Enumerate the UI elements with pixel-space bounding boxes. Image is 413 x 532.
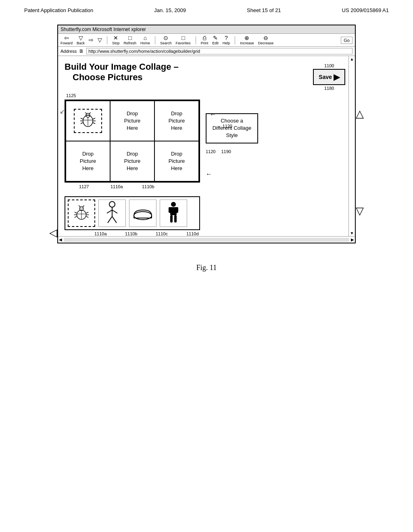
patent-header-number: US 2009/015869 A1	[342, 7, 389, 13]
grid-cell-3[interactable]: Drop Picture Here	[66, 141, 110, 181]
stop-icon: ✕	[113, 35, 118, 41]
label-1110b: 1110b	[142, 184, 173, 189]
home-label: Home	[140, 41, 150, 45]
toolbar-decrease[interactable]: ⊖ Decrease	[258, 35, 274, 45]
patent-header-sheet: Sheet 15 of 21	[247, 7, 281, 13]
toolbar-increase[interactable]: ⊕ Increase	[240, 35, 254, 45]
address-input[interactable]: http://www.shutterfly.com/home/action/co…	[86, 48, 353, 54]
home-icon: ⌂	[144, 35, 147, 41]
label-1110a-thumb: 1110a	[94, 231, 125, 236]
vertical-scrollbar[interactable]: ▲ ▼	[348, 56, 355, 236]
arrow-to-cell2: ←	[210, 111, 216, 118]
svg-rect-41	[175, 207, 178, 213]
decrease-label: Decrease	[258, 41, 274, 45]
edit-icon: ✎	[213, 35, 218, 41]
toolbar-nav3[interactable]: ▽	[98, 37, 102, 43]
svg-line-23	[86, 212, 89, 213]
labels-1120-1190: 1120 1190	[206, 149, 258, 154]
thumbnail-bowl[interactable]	[129, 200, 156, 227]
patent-header: Patent Application Publication Jan. 15, …	[0, 0, 413, 17]
print-icon: ⎙	[203, 35, 206, 41]
svg-point-38	[171, 202, 176, 207]
grid-cell-5[interactable]: Drop Picture Here	[154, 141, 199, 181]
print-label: Print	[201, 41, 209, 45]
toolbar-go-wrapper: Go	[339, 37, 353, 44]
toolbar-stop[interactable]: ✕ Stop	[112, 35, 120, 45]
svg-line-20	[75, 212, 77, 213]
decrease-icon: ⊖	[263, 35, 268, 41]
svg-line-4	[85, 112, 87, 114]
browser-toolbar: ⇦ Foward ▽ Back ⇨ ▽ ✕ Stop	[58, 34, 355, 47]
toolbar-favorites[interactable]: □ Favorites	[176, 35, 191, 45]
svg-line-6	[81, 118, 83, 119]
browser-title-bar: Shutterfly.com Microsoft Internet xplore…	[58, 25, 355, 34]
thumb-person-svg	[104, 201, 121, 225]
forward-icon: ⇦	[64, 35, 69, 41]
svg-line-18	[79, 206, 80, 207]
outer-scroll-down-arrow[interactable]: ▽	[356, 205, 364, 217]
svg-line-5	[89, 112, 91, 114]
label-1125: 1125	[66, 93, 345, 98]
svg-line-9	[93, 118, 95, 119]
svg-point-2	[87, 114, 88, 115]
main-content: Shutterfly.com Microsoft Internet xplore…	[0, 17, 413, 280]
thumbnail-bug[interactable]	[68, 200, 95, 227]
label-1127: 1127	[79, 184, 111, 189]
outer-scroll-up-arrow[interactable]: △	[356, 108, 364, 120]
save-button[interactable]: Save ▶	[313, 69, 345, 85]
increase-icon: ⊕	[244, 35, 249, 41]
scroll-up-arrow[interactable]: ▲	[349, 56, 355, 62]
forward-label: Foward	[60, 41, 73, 45]
scroll-right-arrow[interactable]: ▶	[351, 237, 354, 242]
stop-label: Stop	[112, 41, 120, 45]
favorites-icon: □	[181, 35, 185, 41]
svg-line-19	[83, 206, 84, 207]
toolbar-forward[interactable]: ⇦ Foward	[60, 35, 73, 45]
nav3-icon: ▽	[98, 37, 102, 43]
toolbar-nav2[interactable]: ⇨	[89, 37, 94, 43]
svg-line-33	[112, 216, 117, 223]
increase-label: Increase	[240, 41, 254, 45]
toolbar-home[interactable]: ⌂ Home	[140, 35, 150, 45]
thumbnail-figure[interactable]	[160, 200, 187, 227]
scroll-down-arrow[interactable]: ▼	[349, 230, 355, 236]
title-save-row: Build Your Image Collage – Choose Pictur…	[65, 62, 345, 91]
refresh-label: Refresh	[124, 41, 137, 45]
grid-cell-1[interactable]: Drop Picture Here	[110, 101, 154, 141]
svg-rect-40	[169, 207, 172, 213]
browser-window: Shutterfly.com Microsoft Internet xplore…	[57, 25, 356, 243]
svg-line-30	[107, 210, 112, 213]
help-icon: ?	[225, 35, 228, 41]
grid-cell-4[interactable]: Drop Picture Here	[110, 141, 154, 181]
grid-cell-0[interactable]	[66, 101, 110, 141]
thumbnail-person[interactable]	[98, 200, 126, 227]
svg-point-17	[82, 208, 83, 209]
horizontal-scrollbar[interactable]: ◀ ▶	[58, 236, 355, 243]
toolbar-search[interactable]: ⊙ Search	[160, 35, 172, 45]
search-label: Search	[160, 41, 172, 45]
patent-header-date: Jan. 15, 2009	[154, 7, 186, 13]
toolbar-back[interactable]: ▽ Back	[77, 35, 85, 45]
thumb-bowl-svg	[132, 204, 153, 222]
toolbar-print[interactable]: ⎙ Print	[201, 35, 209, 45]
toolbar-refresh[interactable]: □ Refresh	[124, 35, 137, 45]
toolbar-separator-1	[107, 36, 107, 44]
patent-header-left: Patent Application Publication	[24, 7, 93, 13]
arrow-to-cell5: ←	[206, 170, 212, 178]
grid-cell-2[interactable]: Drop Picture Here	[154, 101, 199, 141]
label-1180: 1180	[324, 86, 334, 91]
outer-scroll-left-arrow[interactable]: ◁	[49, 227, 57, 239]
scroll-left-arrow[interactable]: ◀	[59, 237, 62, 242]
toolbar-help[interactable]: ? Help	[223, 35, 230, 45]
collage-section: 1125 ↙	[65, 93, 345, 236]
svg-line-11	[93, 123, 95, 124]
svg-point-16	[80, 208, 81, 209]
bug-svg	[78, 112, 98, 130]
toolbar-edit[interactable]: ✎ Edit	[212, 35, 219, 45]
svg-rect-42	[170, 215, 173, 222]
collage-area: ↙	[65, 100, 345, 189]
back-label: Back	[77, 41, 85, 45]
go-button[interactable]: Go	[341, 37, 353, 44]
label-1120-txt: 1120	[206, 149, 215, 154]
label-1110b-thumb: 1110b	[125, 231, 156, 236]
